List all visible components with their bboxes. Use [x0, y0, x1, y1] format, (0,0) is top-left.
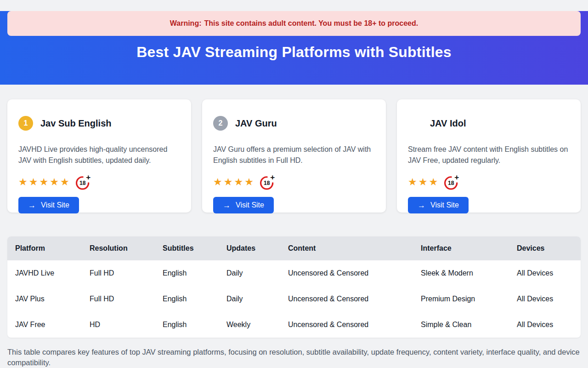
table-cell: Sleek & Modern [413, 260, 509, 286]
platform-card-1: 1 Jav Sub English JAVHD Live provides hi… [7, 99, 191, 213]
rank-badge [408, 116, 423, 131]
table-cell: All Devices [509, 286, 581, 312]
table-cell: Weekly [219, 312, 280, 338]
main-content: 1 Jav Sub English JAVHD Live provides hi… [0, 99, 588, 368]
svg-text:18: 18 [448, 180, 454, 186]
comparison-table-section: Platform Resolution Subtitles Updates Co… [7, 236, 581, 338]
page-title: Best JAV Streaming Platforms with Subtit… [0, 44, 588, 61]
table-header: Platform Resolution Subtitles Updates Co… [7, 236, 581, 260]
svg-text:+: + [86, 174, 90, 182]
visit-site-label: Visit Site [41, 201, 69, 209]
table-row: JAV Plus Full HD English Daily Uncensore… [7, 286, 581, 312]
table-cell: Uncensored & Censored [280, 312, 413, 338]
star-rating: ★★★★ [213, 177, 255, 187]
platform-cards: 1 Jav Sub English JAVHD Live provides hi… [7, 99, 581, 213]
card-title: JAV Guru [235, 118, 277, 129]
visit-site-label: Visit Site [430, 201, 459, 209]
rating-row: ★★★★ 18 + [213, 173, 375, 191]
card-description: Stream free JAV content with English sub… [408, 144, 570, 166]
arrow-right-icon: → [223, 201, 231, 209]
table-cell: English [155, 312, 219, 338]
arrow-right-icon: → [418, 201, 425, 209]
table-cell: Full HD [82, 260, 155, 286]
warning-text: This site contains adult content. You mu… [204, 19, 418, 28]
table-cell: Daily [219, 286, 280, 312]
column-header-content: Content [280, 236, 413, 260]
table-body: JAVHD Live Full HD English Daily Uncenso… [7, 260, 581, 338]
table-cell: Daily [219, 260, 280, 286]
svg-text:18: 18 [264, 180, 270, 186]
table-cell: Simple & Clean [413, 312, 509, 338]
card-title: Jav Sub English [40, 118, 111, 129]
star-rating: ★★★ [408, 177, 439, 187]
table-cell: All Devices [509, 260, 581, 286]
table-cell: English [155, 286, 219, 312]
arrow-right-icon: → [28, 201, 36, 209]
column-header-subtitles: Subtitles [155, 236, 219, 260]
column-header-devices: Devices [509, 236, 581, 260]
card-head: 2 JAV Guru [213, 110, 375, 136]
card-description: JAVHD Live provides high-quality uncenso… [18, 144, 180, 166]
column-header-resolution: Resolution [82, 236, 155, 260]
table-cell: HD [82, 312, 155, 338]
18-plus-icon: 18 + [75, 174, 91, 190]
card-head: 1 Jav Sub English [18, 110, 180, 136]
18-plus-icon: 18 + [259, 174, 276, 190]
table-header-row: Platform Resolution Subtitles Updates Co… [7, 236, 581, 260]
column-header-updates: Updates [219, 236, 280, 260]
rating-row: ★★★★★ 18 + [18, 173, 180, 191]
table-cell: Full HD [82, 286, 155, 312]
table-cell: All Devices [509, 312, 581, 338]
table-cell: Uncensored & Censored [280, 260, 413, 286]
column-header-platform: Platform [7, 236, 82, 260]
svg-text:18: 18 [79, 180, 86, 186]
rating-row: ★★★ 18 + [408, 173, 570, 191]
18-plus-icon: 18 + [443, 174, 460, 190]
svg-text:+: + [270, 174, 275, 182]
column-header-interface: Interface [413, 236, 509, 260]
star-rating: ★★★★★ [18, 177, 71, 187]
card-head: JAV Idol [408, 110, 570, 136]
table-row: JAV Free HD English Weekly Uncensored & … [7, 312, 581, 338]
page-header: Warning: This site contains adult conten… [0, 11, 588, 85]
comparison-table: Platform Resolution Subtitles Updates Co… [7, 236, 581, 338]
table-cell: Uncensored & Censored [280, 286, 413, 312]
card-title: JAV Idol [430, 118, 466, 129]
table-cell: JAVHD Live [7, 260, 82, 286]
card-description: JAV Guru offers a premium selection of J… [213, 144, 375, 166]
visit-site-button[interactable]: → Visit Site [18, 197, 79, 213]
rank-badge: 2 [213, 116, 228, 131]
table-cell: JAV Free [7, 312, 82, 338]
warning-banner: Warning: This site contains adult conten… [7, 11, 581, 36]
svg-text:+: + [454, 174, 459, 182]
platform-card-3: JAV Idol Stream free JAV content with En… [397, 99, 581, 213]
visit-site-label: Visit Site [236, 201, 264, 209]
rank-badge: 1 [18, 116, 33, 131]
visit-site-button[interactable]: → Visit Site [213, 197, 274, 213]
table-cell: JAV Plus [7, 286, 82, 312]
table-cell: English [155, 260, 219, 286]
footer-note: This table compares key features of top … [7, 347, 581, 368]
table-cell: Premium Design [413, 286, 509, 312]
visit-site-button[interactable]: → Visit Site [408, 197, 469, 213]
warning-prefix: Warning: [170, 19, 202, 28]
table-row: JAVHD Live Full HD English Daily Uncenso… [7, 260, 581, 286]
platform-card-2: 2 JAV Guru JAV Guru offers a premium sel… [202, 99, 386, 213]
